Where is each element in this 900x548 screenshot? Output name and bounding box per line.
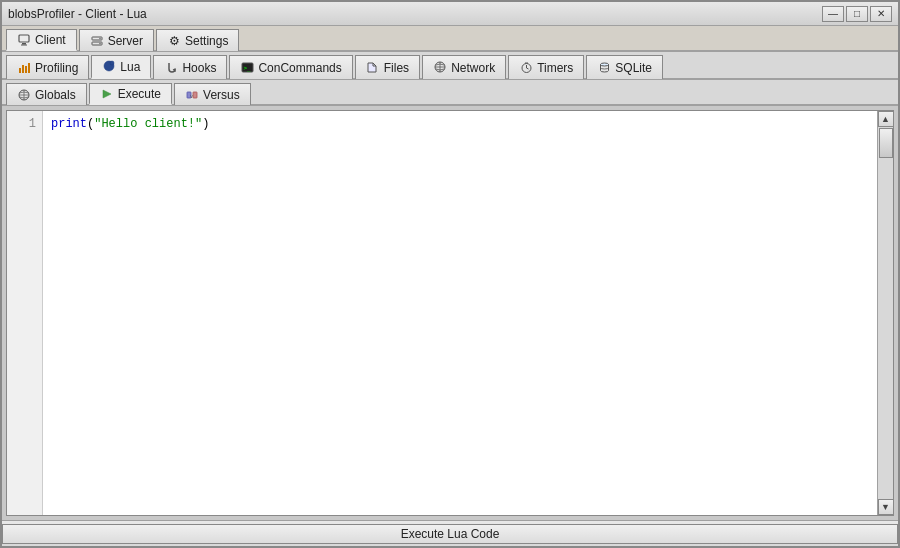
main-window: blobsProfiler - Client - Lua — □ ✕ Clien… (0, 0, 900, 548)
svg-point-6 (99, 42, 100, 43)
tab-files[interactable]: Files (355, 55, 420, 79)
svg-marker-26 (103, 90, 111, 98)
svg-text:>_: >_ (243, 64, 251, 72)
tab-network-label: Network (451, 61, 495, 75)
execute-icon (100, 87, 114, 101)
hook-icon (164, 61, 178, 75)
execute-bar: Execute Lua Code (2, 520, 898, 546)
code-paren-close: ) (202, 117, 209, 131)
server-icon (90, 34, 104, 48)
chart-icon (17, 61, 31, 75)
tab-client-label: Client (35, 33, 66, 47)
monitor-icon (17, 33, 31, 47)
tab-settings-label: Settings (185, 34, 228, 48)
lua-icon (102, 60, 116, 74)
editor-panel: 1 print("Hello client!") ▲ ▼ (6, 110, 894, 516)
svg-rect-8 (22, 65, 24, 73)
tab-lua[interactable]: Lua (91, 55, 151, 79)
svg-rect-1 (22, 43, 26, 45)
tab-versus-label: Versus (203, 88, 240, 102)
editor-container: 1 print("Hello client!") ▲ ▼ (2, 106, 898, 520)
tab-files-label: Files (384, 61, 409, 75)
line-number-1: 1 (7, 115, 42, 133)
timer-icon (519, 61, 533, 75)
tab-concommands[interactable]: >_ ConCommands (229, 55, 352, 79)
scroll-up-button[interactable]: ▲ (878, 111, 894, 127)
vertical-scrollbar[interactable]: ▲ ▼ (877, 111, 893, 515)
svg-point-12 (110, 61, 114, 65)
scroll-down-button[interactable]: ▼ (878, 499, 894, 515)
code-string-value: "Hello client!" (94, 117, 202, 131)
tab-network[interactable]: Network (422, 55, 506, 79)
maximize-button[interactable]: □ (846, 6, 868, 22)
second-tab-bar: Profiling Lua Hooks (2, 52, 898, 80)
window-controls: — □ ✕ (822, 6, 892, 22)
code-editor[interactable]: print("Hello client!") (43, 111, 877, 515)
globe-icon (17, 88, 31, 102)
tab-globals[interactable]: Globals (6, 83, 87, 105)
tab-timers[interactable]: Timers (508, 55, 584, 79)
svg-rect-9 (25, 66, 27, 73)
svg-point-5 (99, 37, 100, 38)
title-bar: blobsProfiler - Client - Lua — □ ✕ (2, 2, 898, 26)
scroll-thumb[interactable] (879, 128, 893, 158)
scroll-track (878, 127, 893, 499)
svg-point-22 (600, 63, 608, 66)
tab-timers-label: Timers (537, 61, 573, 75)
tab-concommands-label: ConCommands (258, 61, 341, 75)
svg-rect-2 (21, 44, 27, 45)
tab-execute[interactable]: Execute (89, 83, 172, 105)
gear-icon: ⚙ (167, 34, 181, 48)
tab-globals-label: Globals (35, 88, 76, 102)
top-tab-bar: Client Server ⚙ Settings (2, 26, 898, 52)
svg-line-20 (526, 68, 528, 69)
tab-hooks[interactable]: Hooks (153, 55, 227, 79)
line-numbers: 1 (7, 111, 43, 515)
tab-client[interactable]: Client (6, 29, 77, 51)
svg-rect-0 (19, 35, 29, 42)
minimize-button[interactable]: — (822, 6, 844, 22)
third-tab-bar: Globals Execute v Versus (2, 80, 898, 106)
tab-execute-label: Execute (118, 87, 161, 101)
tab-sqlite-label: SQLite (615, 61, 652, 75)
tab-lua-label: Lua (120, 60, 140, 74)
tab-sqlite[interactable]: SQLite (586, 55, 663, 79)
tab-hooks-label: Hooks (182, 61, 216, 75)
svg-rect-28 (193, 92, 197, 98)
execute-lua-button[interactable]: Execute Lua Code (2, 524, 898, 544)
tab-server[interactable]: Server (79, 29, 154, 51)
code-func-print: print (51, 117, 87, 131)
window-title: blobsProfiler - Client - Lua (8, 7, 147, 21)
file-icon (366, 61, 380, 75)
tab-profiling-label: Profiling (35, 61, 78, 75)
network-icon (433, 61, 447, 75)
tab-settings[interactable]: ⚙ Settings (156, 29, 239, 51)
svg-rect-10 (28, 63, 30, 73)
db-icon (597, 61, 611, 75)
versus-icon: v (185, 88, 199, 102)
tab-profiling[interactable]: Profiling (6, 55, 89, 79)
tab-versus[interactable]: v Versus (174, 83, 251, 105)
cmd-icon: >_ (240, 61, 254, 75)
svg-rect-7 (19, 68, 21, 73)
tab-server-label: Server (108, 34, 143, 48)
close-button[interactable]: ✕ (870, 6, 892, 22)
